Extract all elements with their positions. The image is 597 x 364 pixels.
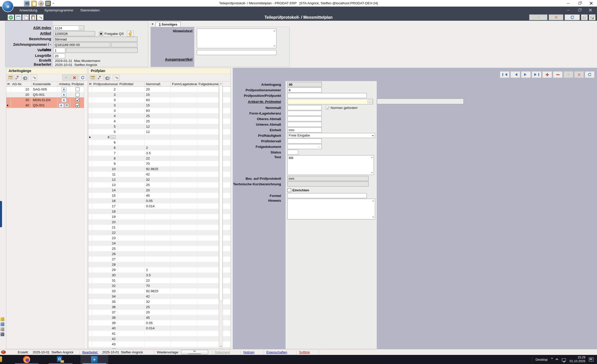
pruefplan-row[interactable]: 6… 2 [89, 145, 230, 150]
clear-filter-button[interactable]: x [14, 75, 21, 81]
sb-eigenschaften-link[interactable]: Eigenschaften [266, 350, 287, 354]
menu-anwendung[interactable]: Anwendung [16, 7, 41, 14]
wizard-filter-button[interactable] [113, 75, 119, 81]
data-cube-export-button[interactable] [589, 14, 595, 20]
dropdown-button[interactable] [65, 103, 69, 107]
taskbar-firefox[interactable] [13, 355, 40, 364]
pruefplan-row[interactable]: 29… 2 [89, 267, 230, 272]
grid-settings-button[interactable] [89, 75, 96, 81]
arbeitsgang-input[interactable] [287, 82, 322, 87]
pruefplan-row[interactable]: 13… 25 [89, 182, 230, 188]
pruefposition-input[interactable] [287, 93, 367, 98]
row-selector-icon[interactable] [89, 81, 92, 86]
ag-refresh-button[interactable] [79, 75, 87, 81]
sb-notizen-link[interactable]: Notizen [243, 350, 254, 354]
form-lagetoleranz-input[interactable] [287, 111, 322, 116]
scroll-up-icon[interactable] [273, 29, 276, 32]
pencil-tool-icon[interactable] [1, 317, 4, 321]
cancel-button[interactable] [549, 14, 563, 20]
artikel-nr-pruefmittel-input[interactable] [287, 99, 373, 104]
clock[interactable]: 15:29 01.10.2025 [569, 356, 585, 363]
ask-index-label[interactable]: ASK-Index [5, 25, 53, 31]
pruefplan-row[interactable]: 4… 25 [89, 119, 230, 124]
text-document-icon[interactable]: A [61, 87, 66, 92]
text-document-icon[interactable]: A [59, 103, 64, 107]
arbeitsgang-row[interactable]: 20 QS-001 A [6, 92, 87, 97]
pruefplan-row[interactable]: 12… 32 [89, 177, 230, 182]
pruefplan-checkbox[interactable] [76, 98, 79, 102]
ausgangsartikel-input[interactable] [197, 50, 276, 55]
minimize-button[interactable] [562, 0, 574, 7]
pruefplan-row[interactable]: 4… 25 [89, 113, 230, 119]
pruefplan-row[interactable]: 20… [89, 219, 230, 225]
col-ag-nr[interactable]: AG-Nr. [11, 81, 32, 86]
new-window-button[interactable] [15, 14, 22, 20]
ok-button[interactable] [8, 14, 14, 20]
refresh-record-button[interactable] [585, 71, 594, 78]
tray-chevron-up-icon[interactable] [556, 358, 558, 361]
prev-record-button[interactable] [510, 71, 520, 78]
restore-button[interactable] [574, 0, 585, 7]
desktop-toolbar-label[interactable]: Desktop [536, 358, 548, 361]
bez-auf-pruefprotokoll-input[interactable] [287, 176, 369, 181]
pruefplan-row[interactable]: 33… 92.9825 [89, 288, 230, 294]
status-input[interactable] [287, 150, 298, 155]
add-record-button[interactable] [542, 71, 552, 78]
grid-settings-button[interactable] [7, 75, 14, 81]
col-pruefplan[interactable]: Prüfplan [70, 81, 84, 86]
pruefplan-checkbox[interactable] [76, 87, 79, 91]
pruefplan-row[interactable]: 5… 12 [89, 129, 230, 134]
col-kostenstelle[interactable]: Kostenstelle [32, 81, 58, 86]
col-arbeitsgang[interactable]: Arbeitsgang [58, 81, 70, 86]
pruefplan-row[interactable]: 11… 42 [89, 172, 230, 177]
sb-dokument-link[interactable]: Dokument [215, 350, 230, 354]
pruefplan-row[interactable]: 10… 92.9825 [89, 166, 230, 172]
freigabe-qs-checkbox[interactable] [99, 32, 103, 36]
arbeitsgang-row[interactable]: 40 QS-001 A [6, 103, 87, 108]
post-record-button[interactable] [564, 71, 573, 78]
pruefintervall-input[interactable] [287, 139, 322, 144]
pruefplan-row[interactable]: 41… [89, 331, 230, 336]
taskbar-prodat[interactable]: » [80, 355, 108, 364]
notebook-icon[interactable] [31, 1, 37, 6]
arbeitsgang-row[interactable]: 30 MON-ELEK A [6, 97, 87, 103]
pruefplan-row[interactable]: 35… 32 [89, 299, 230, 304]
pruefplan-row[interactable]: 23… [89, 235, 230, 241]
oberes-abmass-input[interactable] [287, 116, 322, 121]
col-pruefmittel[interactable]: Prüfmittel [118, 81, 145, 86]
pruefplan-row[interactable]: 22… [89, 230, 230, 235]
mdi-close-button[interactable] [585, 7, 596, 13]
zeichnungsnummer-input[interactable] [53, 42, 110, 47]
pruefplan-row[interactable]: 28… [89, 262, 230, 267]
pruefplan-row[interactable]: 34… 42 [89, 294, 230, 299]
pruefplan-row[interactable]: 14… 20 [89, 188, 230, 193]
pruefplan-row[interactable]: 25… [89, 246, 230, 251]
pruefplan-checkbox[interactable] [76, 93, 79, 97]
pruefplan-row[interactable]: 38… 45 [89, 315, 230, 320]
pruefplan-row[interactable]: 36… 25 [89, 304, 230, 310]
pruefplan-row[interactable]: 37… 20 [89, 310, 230, 315]
pruefplan-row[interactable]: 27… [89, 257, 230, 262]
pruefplan-row[interactable]: 19… [89, 214, 230, 219]
text-textarea[interactable]: M8 [287, 155, 374, 175]
quick-access-dropdown-icon[interactable] [52, 3, 54, 5]
normen-gefordert-checkbox[interactable] [325, 106, 329, 110]
ausgangsartikel-label[interactable]: Ausgangsartikel [151, 57, 194, 62]
hinweis-textarea[interactable] [287, 199, 375, 219]
clear-filter-button[interactable]: x [97, 75, 103, 81]
pruefplan-row[interactable]: 15… 45 [89, 193, 230, 198]
cancel-record-button[interactable] [574, 71, 584, 78]
pruefplan-row[interactable]: 32… 70 [89, 283, 230, 288]
paste-button[interactable] [30, 14, 36, 20]
artikel-nr-pruefmittel-label[interactable]: Artikel-Nr. Prüfmittel [233, 100, 281, 104]
losgroesse-input[interactable] [53, 53, 65, 58]
artikel-label[interactable]: Artikel [5, 31, 53, 36]
next-record-button[interactable] [521, 71, 531, 78]
pruefplan-row[interactable]: 24… [89, 241, 230, 246]
pruefplan-row[interactable]: 26… [89, 251, 230, 257]
pruefplan-row[interactable]: 31… 22 [89, 278, 230, 283]
pruefplan-row[interactable]: 30… 3.5 [89, 272, 230, 278]
row-selector-icon[interactable] [6, 81, 11, 86]
search-button[interactable] [22, 75, 28, 81]
variante-input[interactable] [53, 48, 65, 53]
